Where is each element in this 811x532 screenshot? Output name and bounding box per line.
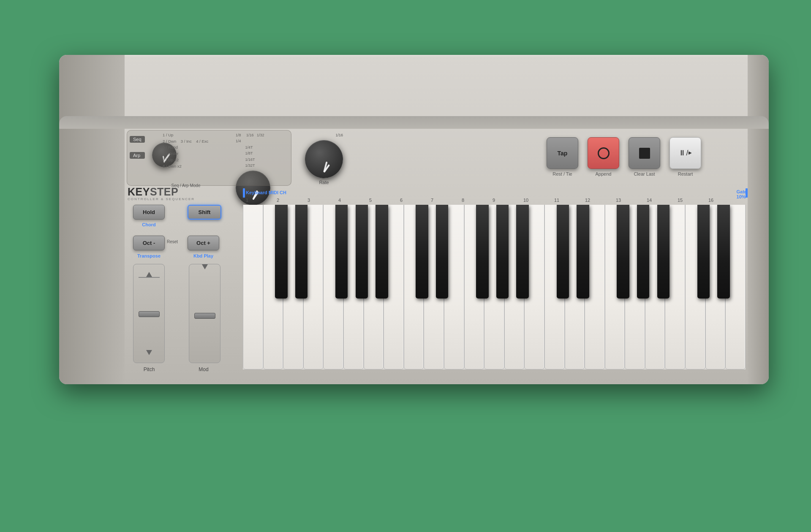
timediv-1_16t: 1/16T [236, 157, 255, 162]
keystep-device: Seq Arp 1 / Up 2 / Dwn 3 / Inc 4 / Exc 5… [59, 55, 769, 384]
black-key-oct1-3[interactable] [496, 205, 509, 299]
clear-last-group: Clear Last [629, 137, 660, 176]
chord-label: Chord [133, 222, 165, 227]
pitch-up-arrow [146, 272, 152, 277]
midi-ch-10: 10 [523, 198, 554, 203]
restart-group: ⏸/▶ Restart [669, 137, 701, 176]
gate-value: 10% [737, 194, 746, 199]
timediv-1_32t: 1/32T [236, 163, 255, 168]
device-body: Seq Arp 1 / Up 2 / Dwn 3 / Inc 4 / Exc 5… [59, 55, 769, 384]
midi-ch-4: 4 [338, 198, 369, 203]
midi-channel-marker [243, 188, 245, 198]
right-edge [748, 55, 769, 384]
rest-tie-label: Rest / Tie [552, 171, 572, 176]
black-key-oct0-4[interactable] [376, 205, 388, 299]
append-group: Append [588, 137, 619, 176]
black-key-oct2-4[interactable] [657, 205, 670, 299]
arp-label: Arp [130, 152, 145, 159]
hold-label: Hold [143, 209, 155, 215]
clear-last-label: Clear Last [634, 171, 655, 176]
left-edge [59, 55, 125, 384]
black-key-oct3-0[interactable] [697, 205, 710, 299]
black-key-oct2-1[interactable] [577, 205, 589, 299]
shift-button[interactable]: Shift [188, 205, 221, 220]
mod-slider[interactable] [189, 264, 220, 363]
black-key-oct1-1[interactable] [436, 205, 449, 299]
midi-ch-11: 11 [554, 198, 585, 203]
clear-last-button[interactable] [629, 137, 660, 169]
midi-channels: 1 2 3 4 5 6 7 8 9 10 11 12 13 14 15 16 [246, 198, 744, 203]
midi-ch-8: 8 [462, 198, 493, 203]
mod-slider-handle[interactable] [194, 313, 215, 319]
keystep-logo-step: STEP [150, 186, 178, 198]
transport-buttons: Tap Rest / Tie Append Clear Last [547, 137, 701, 176]
mode-labels: 1 / Up 2 / Dwn 3 / Inc 4 / Exc 5 / Rand … [163, 132, 208, 169]
midi-ch-16: 16 [708, 198, 739, 203]
kbd-play-label: Kbd Play [185, 253, 221, 258]
tap-label: Tap [558, 150, 568, 157]
black-key-oct1-0[interactable] [416, 205, 428, 299]
rate-label: Rate [305, 180, 343, 185]
black-key-oct1-4[interactable] [516, 205, 529, 299]
midi-ch-2: 2 [277, 198, 308, 203]
mode-label-1up: 1 / Up [163, 132, 208, 138]
black-key-oct2-3[interactable] [637, 205, 650, 299]
piano-keyboard-section [243, 205, 746, 369]
black-key-oct0-2[interactable] [335, 205, 348, 299]
rate-section: 1/16 Rate [305, 132, 343, 185]
gate-label-text: Gate [737, 189, 747, 194]
pitch-center-line [139, 277, 160, 278]
rate-marker-top: 1/16 [330, 133, 343, 137]
midi-ch-14: 14 [647, 198, 678, 203]
record-icon [598, 147, 610, 159]
timediv-1_4: 1/4 [236, 139, 241, 143]
oct-minus-button[interactable]: Oct - [133, 236, 165, 250]
mod-label: Mod [191, 366, 216, 372]
keystep-logo-area: KEYSTEP CONTROLLER & SEQUENCER [128, 186, 195, 201]
piano-keys [243, 205, 746, 369]
black-key-oct0-0[interactable] [275, 205, 288, 299]
tap-rest-group: Tap Rest / Tie [547, 137, 578, 176]
black-key-oct2-0[interactable] [557, 205, 569, 299]
oct-plus-button[interactable]: Oct + [188, 236, 219, 250]
black-key-oct2-2[interactable] [617, 205, 629, 299]
black-key-oct0-3[interactable] [356, 205, 368, 299]
append-button[interactable] [588, 137, 619, 169]
seq-label: Seq [130, 136, 145, 143]
midi-ch-7: 7 [431, 198, 462, 203]
reset-label: Reset [167, 239, 178, 244]
black-key-oct3-1[interactable] [717, 205, 730, 299]
restart-label: Restart [678, 171, 693, 176]
timediv-1_8: 1/8 1/16 1/32 [236, 133, 264, 137]
mode-label-6order: 6 / Order [163, 151, 208, 157]
midi-ch-5: 5 [369, 198, 400, 203]
midi-channel-label: Keyboard MIDI CH [246, 190, 286, 195]
white-key-0[interactable] [243, 205, 263, 369]
mode-label-5rand: 5 / Rand [163, 144, 208, 151]
pitch-slider-handle[interactable] [139, 311, 160, 317]
oct-minus-label: Oct - [143, 240, 155, 246]
pause-play-icon: ⏸/▶ [678, 149, 692, 157]
pitch-slider[interactable] [133, 264, 165, 363]
pitch-down-arrow [146, 350, 152, 355]
mode-label-2dwn: 2 / Dwn 3 / Inc 4 / Exc [163, 138, 208, 145]
rate-knob[interactable] [305, 140, 343, 178]
midi-ch-3: 3 [308, 198, 338, 203]
midi-ch-1: 1 [246, 198, 277, 203]
midi-ch-6: 6 [400, 198, 431, 203]
mode-label-8dwn: 8 / Dwn x2 [163, 163, 208, 170]
oct-plus-label: Oct + [196, 240, 210, 246]
tap-button[interactable]: Tap [547, 137, 578, 169]
midi-ch-13: 13 [616, 198, 647, 203]
append-label: Append [596, 171, 612, 176]
keystep-logo-key: KEY [128, 186, 150, 198]
black-key-oct0-1[interactable] [295, 205, 308, 299]
mod-up-arrow [202, 264, 208, 269]
restart-button[interactable]: ⏸/▶ [669, 137, 701, 169]
timediv-1_4t: 1/4T [236, 145, 253, 149]
top-decoration [59, 116, 769, 129]
midi-ch-15: 15 [678, 198, 708, 203]
stop-icon [639, 148, 650, 159]
black-key-oct1-2[interactable] [476, 205, 489, 299]
hold-button[interactable]: Hold [133, 205, 165, 220]
